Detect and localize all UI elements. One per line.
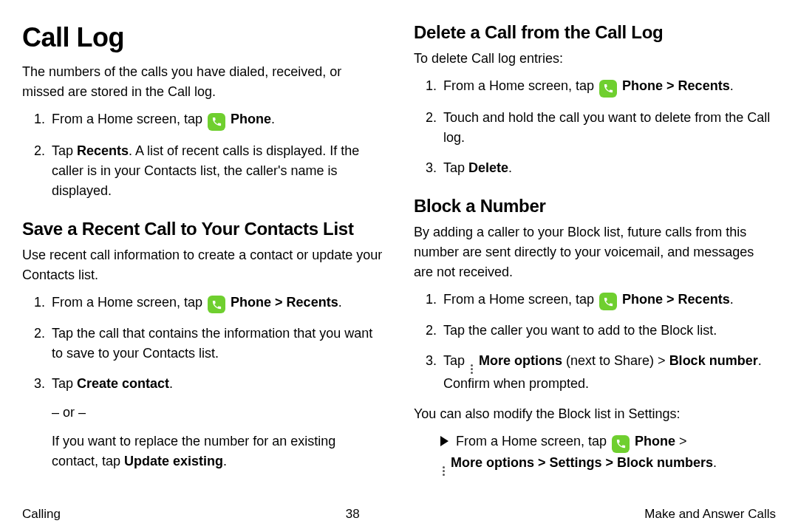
blk-step-1: From a Home screen, tap Phone > Recents. bbox=[440, 290, 776, 311]
more-options-icon bbox=[471, 364, 473, 374]
more-options-icon bbox=[443, 466, 445, 476]
blk-step-3: Tap More options (next to Share) > Block… bbox=[440, 351, 776, 394]
step-2: Tap Recents. A list of recent calls is d… bbox=[49, 141, 384, 201]
save-step-3: Tap Create contact. – or – If you want t… bbox=[49, 374, 384, 471]
phone-icon bbox=[599, 293, 617, 310]
right-column: Delete a Call from the Call Log To delet… bbox=[414, 22, 776, 495]
save-step-1: From a Home screen, tap Phone > Recents. bbox=[49, 293, 384, 314]
left-column: Call Log The numbers of the calls you ha… bbox=[22, 22, 384, 495]
step-1: From a Home screen, tap Phone. bbox=[49, 109, 384, 131]
heading-save-recent: Save a Recent Call to Your Contacts List bbox=[22, 219, 384, 239]
save-steps: From a Home screen, tap Phone > Recents.… bbox=[22, 293, 384, 472]
del-step-1: From a Home screen, tap Phone > Recents. bbox=[440, 76, 776, 98]
or-text: – or – bbox=[52, 403, 384, 423]
page-content: Call Log The numbers of the calls you ha… bbox=[0, 0, 798, 502]
phone-icon bbox=[612, 435, 630, 453]
alt-text: If you want to replace the number for an… bbox=[52, 432, 384, 471]
del-step-2: Touch and hold the call you want to dele… bbox=[440, 108, 776, 148]
block-steps: From a Home screen, tap Phone > Recents.… bbox=[414, 290, 776, 395]
block-intro: By adding a caller to your Block list, f… bbox=[414, 222, 776, 282]
delete-steps: From a Home screen, tap Phone > Recents.… bbox=[414, 76, 776, 178]
phone-icon bbox=[599, 80, 617, 98]
save-step-2: Tap the call that contains the informati… bbox=[49, 324, 384, 364]
heading-delete: Delete a Call from the Call Log bbox=[414, 22, 776, 43]
delete-intro: To delete Call log entries: bbox=[414, 49, 776, 69]
call-log-intro: The numbers of the calls you have dialed… bbox=[22, 62, 384, 102]
footer-chapter: Make and Answer Calls bbox=[644, 507, 776, 522]
heading-block: Block a Number bbox=[414, 196, 776, 216]
footer-page-number: 38 bbox=[346, 507, 360, 522]
footer: Calling 38 Make and Answer Calls bbox=[22, 507, 776, 522]
save-intro: Use recent call information to create a … bbox=[22, 245, 384, 285]
del-step-3: Tap Delete. bbox=[440, 158, 776, 178]
footer-section: Calling bbox=[22, 507, 61, 522]
triangle-bullet-icon bbox=[440, 436, 449, 446]
block-also: You can also modify the Block list in Se… bbox=[414, 404, 776, 424]
phone-icon bbox=[208, 296, 225, 313]
phone-icon bbox=[208, 113, 225, 131]
call-log-steps: From a Home screen, tap Phone. Tap Recen… bbox=[22, 109, 384, 201]
heading-call-log: Call Log bbox=[22, 22, 384, 53]
block-settings-path: From a Home screen, tap Phone > More opt… bbox=[414, 432, 776, 476]
blk-step-2: Tap the caller you want to add to the Bl… bbox=[440, 321, 776, 341]
